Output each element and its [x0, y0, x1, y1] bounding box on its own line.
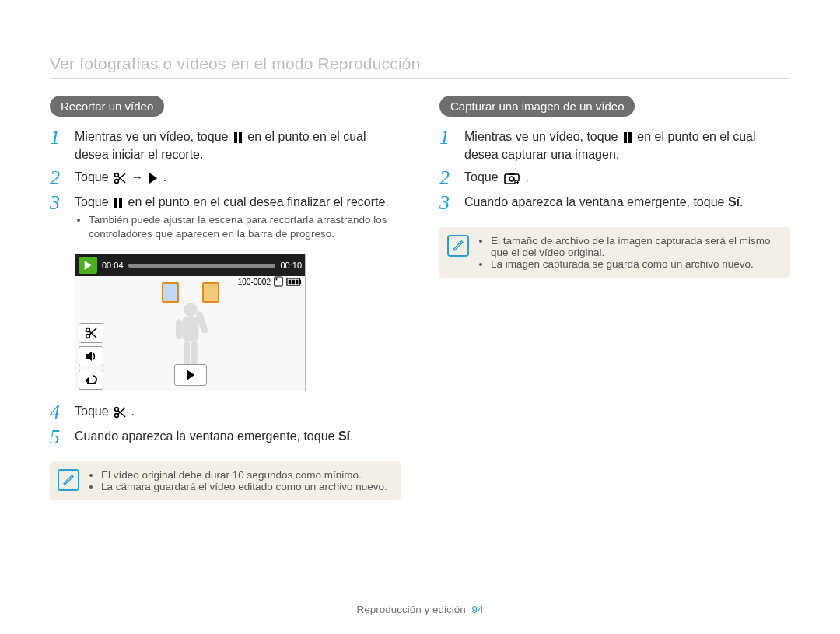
step-text: Cuando aparezca la ventana emergente, to… [464, 195, 728, 208]
step-3: 3 Cuando aparezca la ventana emergente, … [439, 193, 790, 213]
section-trim-title: Recortar un vídeo [50, 96, 164, 117]
step-text: . [526, 170, 529, 184]
person-silhouette [170, 299, 211, 371]
step-1: 1 Mientras ve un vídeo, toque en el punt… [439, 128, 790, 163]
step-text: . [163, 170, 166, 184]
trim-handle-start [162, 282, 179, 303]
play-icon [149, 173, 158, 184]
center-play-button-icon [174, 364, 207, 386]
step-text: . [131, 405, 135, 418]
step-bold: Sí [728, 195, 740, 208]
note-box-left: El vídeo original debe durar 10 segundos… [50, 461, 401, 500]
divider [50, 78, 790, 79]
step-text: Toque [464, 170, 502, 184]
step-text: en el punto en el cual desea finalizar e… [128, 195, 389, 208]
back-button-icon [79, 370, 103, 390]
footer-section: Reproducción y edición [357, 604, 466, 615]
step-number: 3 [50, 193, 67, 213]
note-item: La imagen capturada se guarda como un ar… [491, 258, 779, 270]
step-number: 2 [439, 168, 457, 188]
step-5: 5 Cuando aparezca la ventana emergente, … [50, 427, 401, 447]
footer-page-number: 94 [471, 604, 483, 615]
pause-icon [233, 132, 243, 143]
step-text: Mientras ve un vídeo, toque [75, 130, 232, 143]
step-text: Toque [75, 195, 112, 208]
step-1: 1 Mientras ve un vídeo, toque en el punt… [50, 128, 401, 163]
note-icon [58, 469, 79, 491]
step-4: 4 Toque . [50, 402, 401, 422]
scissors-button-icon [79, 323, 103, 343]
memory-icon [274, 276, 283, 287]
page-footer: Reproducción y edición 94 [0, 604, 840, 615]
video-trim-screenshot: 00:04 00:10 100-0002 [75, 254, 306, 391]
step-2: 2 Toque → . [50, 168, 401, 188]
step-number: 2 [50, 168, 67, 188]
step-subtext: También puede ajustar la escena para rec… [89, 213, 401, 241]
step-text: Toque [75, 405, 112, 418]
pause-icon [623, 132, 632, 143]
step-text: Toque [75, 170, 112, 184]
step-number: 4 [50, 402, 67, 422]
step-number: 5 [50, 427, 67, 447]
file-number: 100-0002 [238, 278, 271, 286]
note-item: El tamaño de archivo de la imagen captur… [491, 235, 779, 258]
section-capture-title: Capturar una imagen de un vídeo [439, 96, 635, 117]
step-number: 3 [439, 193, 457, 213]
pause-icon [114, 198, 123, 208]
trim-handle-end [202, 282, 219, 303]
elapsed-time: 00:04 [102, 261, 124, 270]
note-item: La cámara guardará el vídeo editado como… [101, 481, 390, 492]
scissors-icon [114, 172, 126, 184]
note-icon [447, 235, 469, 257]
step-text: → [131, 170, 147, 184]
step-text: . [740, 195, 743, 208]
step-text: Cuando aparezca la ventana emergente, to… [75, 429, 338, 443]
step-2: 2 Toque . [439, 168, 790, 188]
progress-bar [128, 264, 276, 268]
step-3: 3 Toque en el punto en el cual desea fin… [50, 193, 401, 249]
note-box-right: El tamaño de archivo de la imagen captur… [439, 227, 790, 278]
step-bold: Sí [338, 429, 350, 443]
step-text: Mientras ve un vídeo, toque [464, 130, 621, 143]
total-time: 00:10 [280, 261, 302, 270]
battery-icon [286, 278, 302, 286]
scissors-icon [114, 406, 126, 419]
right-column: Capturar una imagen de un vídeo 1 Mientr… [439, 96, 790, 500]
play-badge-icon [79, 257, 97, 274]
step-number: 1 [50, 128, 67, 148]
volume-button-icon [79, 346, 103, 366]
step-text: . [350, 429, 353, 443]
page-header: Ver fotografías o vídeos en el modo Repr… [50, 54, 790, 73]
note-item: El vídeo original debe durar 10 segundos… [101, 469, 390, 481]
left-column: Recortar un vídeo 1 Mientras ve un vídeo… [50, 96, 401, 500]
capture-icon [503, 172, 520, 184]
step-number: 1 [439, 128, 457, 148]
